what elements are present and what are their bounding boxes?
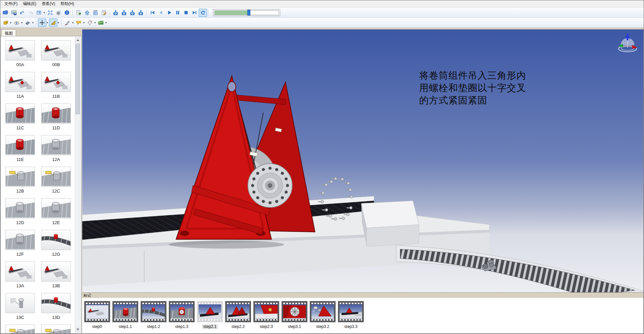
erase-markup-button[interactable] [86,18,94,27]
view-thumbnail[interactable] [5,325,35,334]
menu-item-file[interactable]: 文件(F) [2,0,20,7]
dropdown-caret-icon[interactable]: ▾ [43,11,46,14]
first-frame-button[interactable] [148,9,157,17]
step-thumbnail[interactable] [310,301,336,322]
camera-view-2-button[interactable] [120,9,128,17]
views-scrollbar[interactable] [75,37,81,333]
menu-item-help[interactable]: 帮助(H) [58,0,77,7]
move-tool-button[interactable] [38,18,46,27]
dropdown-caret-icon[interactable]: ▾ [71,21,75,24]
last-frame-button[interactable] [190,9,199,17]
view-thumbnail[interactable] [41,167,71,187]
step-thumbnail[interactable] [282,301,307,322]
dropdown-caret-icon[interactable]: ▾ [104,21,108,24]
view-thumbnail[interactable] [5,198,35,218]
tab-views[interactable]: 视图 [1,29,16,36]
view-thumbnail[interactable] [41,72,71,92]
step-thumbnail[interactable] [141,301,166,322]
window-layout-button[interactable] [35,9,43,17]
view-item: 11E [5,135,35,167]
view-thumbnail[interactable] [5,167,35,187]
select-part-button[interactable] [1,18,10,27]
scroll-down-button[interactable] [75,327,80,332]
prev-frame-button[interactable] [157,9,165,17]
step-thumbnail[interactable] [197,301,223,322]
pen-markup-button[interactable] [63,18,72,27]
step-thumbnail[interactable] [112,301,138,322]
view-thumbnail[interactable] [5,135,35,155]
view-thumbnail[interactable] [5,261,35,282]
dropdown-caret-icon[interactable]: ▾ [9,21,12,24]
fit-view-button[interactable] [46,9,54,17]
view-thumbnail[interactable] [41,135,71,155]
pause-button[interactable] [174,9,182,17]
view-thumbnail[interactable] [41,198,71,218]
menu-item-view[interactable]: 查看(V) [39,0,58,7]
scroll-up-button[interactable] [75,37,80,43]
step-thumbnail[interactable] [169,301,195,322]
view-thumbnail[interactable] [41,40,71,60]
settings-gear-button[interactable] [54,9,63,17]
step-scene [86,304,108,319]
toolbar-separator [109,9,110,16]
timeline-slider[interactable] [213,9,280,16]
view-thumbnail[interactable] [41,293,71,313]
home-view-button[interactable] [83,9,91,17]
stop-button[interactable] [182,9,190,17]
save-markup-image-button[interactable] [97,18,105,27]
undo-button[interactable] [18,9,27,17]
bom-table-button[interactable]: BOM [91,9,100,17]
film-sprockets [340,319,362,321]
dropdown-caret-icon[interactable]: ▾ [46,21,49,24]
export-icon [76,10,82,15]
view-thumbnail[interactable] [41,103,71,124]
fit-icon [47,10,53,15]
view-compass[interactable] [616,32,639,53]
notes-button[interactable] [100,9,108,17]
timeline-slider-handle[interactable] [247,10,250,15]
main-column: 将卷筒组件吊入三角形内用螺栓和垫圈以十字交叉的方式紧固紧固 标记 step0st… [82,29,644,334]
view-thumbnail[interactable] [5,103,35,124]
cam-icon [113,10,118,15]
view-thumbnail[interactable] [41,325,71,334]
open-file-button[interactable] [1,9,10,17]
step-thumbnail[interactable] [84,301,110,322]
dropdown-caret-icon[interactable]: ▾ [93,21,97,24]
part-visibility-button[interactable] [12,18,21,27]
view-thumbnail[interactable] [41,230,71,250]
view-item: 11D [41,103,71,135]
cam-icon [138,10,144,15]
viewport-3d[interactable]: 将卷筒组件吊入三角形内用螺栓和垫圈以十字交叉的方式紧固紧固 [82,30,643,292]
view-item: 12B [5,167,35,198]
step-scene [142,304,165,319]
dropdown-caret-icon[interactable]: ▾ [20,21,23,24]
view-thumbnail[interactable] [5,72,35,92]
loop-playback-button[interactable] [199,9,207,17]
view-thumbnail[interactable] [5,40,35,60]
step-thumbnail[interactable] [338,301,364,322]
info-button[interactable] [63,9,71,17]
redo-button[interactable] [27,9,35,17]
view-thumbnail[interactable] [41,261,71,282]
step-thumbnail[interactable] [225,301,251,322]
dropdown-caret-icon[interactable]: ▾ [82,21,86,24]
step-thumbnail[interactable] [253,301,279,322]
eraser-icon [25,20,31,26]
save-image-button[interactable] [10,9,18,17]
dropdown-caret-icon[interactable]: ▾ [31,21,35,24]
camera-view-1-button[interactable] [111,9,120,17]
callout-markup-button[interactable] [75,18,83,27]
view-thumbnail[interactable] [5,293,35,313]
erase-parts-button[interactable] [23,18,32,27]
scrollbar-thumb[interactable] [76,44,80,114]
camera-view-3-button[interactable] [128,9,137,17]
view-thumbnail[interactable] [5,230,35,250]
note-icon [101,10,107,15]
annotation-line: 的方式紧固紧固 [419,94,526,107]
export-page-button[interactable] [75,9,83,17]
camera-view-4-button[interactable] [137,9,145,17]
dropdown-caret-icon[interactable]: ▾ [57,21,60,24]
drag-rotate-tool-button[interactable] [49,18,57,27]
play-button[interactable] [165,9,174,17]
menu-item-edit[interactable]: 编辑(E) [20,0,39,7]
